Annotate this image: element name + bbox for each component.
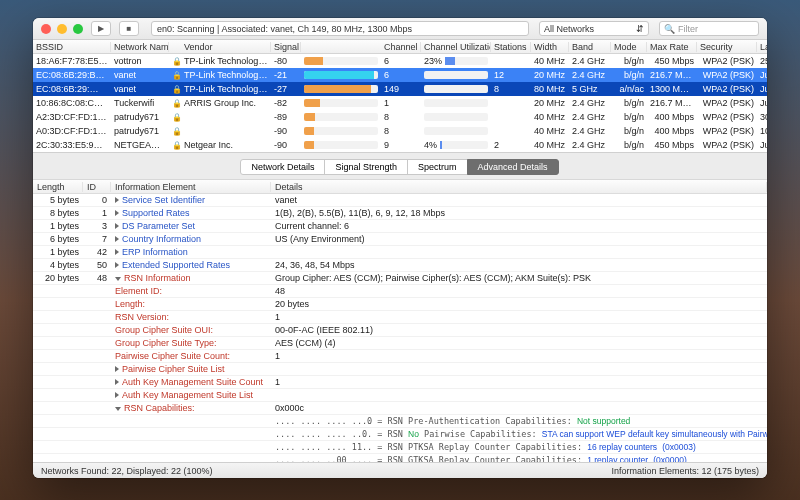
lock-icon: 🔒 bbox=[169, 99, 181, 108]
channel-util-bar: 4% bbox=[421, 140, 491, 150]
table-row[interactable]: EC:08:6B:29:B…vanet🔒TP-Link Technologies… bbox=[33, 68, 767, 82]
table-row[interactable]: A0:3D:CF:FD:1…patrudy671🔒-90840 MHz2.4 G… bbox=[33, 124, 767, 138]
status-right: Information Elements: 12 (175 bytes) bbox=[611, 466, 759, 476]
stop-button[interactable]: ■ bbox=[119, 21, 139, 36]
signal-bar bbox=[301, 141, 381, 149]
column-header[interactable]: Security bbox=[697, 42, 757, 52]
status-left: Networks Found: 22, Displayed: 22 (100%) bbox=[41, 466, 213, 476]
tab-advanced-details[interactable]: Advanced Details bbox=[467, 159, 559, 175]
ie-subrow[interactable]: Pairwise Cipher Suite List bbox=[33, 363, 767, 376]
detail-header: LengthIDInformation ElementDetails bbox=[33, 180, 767, 194]
detail-col: ID bbox=[83, 182, 111, 192]
capability-line: .... .... .... ...0 = RSN Pre-Authentica… bbox=[33, 415, 767, 428]
lock-icon: 🔒 bbox=[169, 113, 181, 122]
lock-icon: 🔒 bbox=[169, 71, 181, 80]
ie-subrow: Group Cipher Suite OUI:00-0F-AC (IEEE 80… bbox=[33, 324, 767, 337]
ie-subrow[interactable]: Auth Key Management Suite List bbox=[33, 389, 767, 402]
ie-subrow: Length:20 bytes bbox=[33, 298, 767, 311]
ie-row[interactable]: 8 bytes1Supported Rates1(B), 2(B), 5.5(B… bbox=[33, 207, 767, 220]
close-icon[interactable] bbox=[41, 24, 51, 34]
app-window: ▶ ■ en0: Scanning | Associated: vanet, C… bbox=[33, 18, 767, 478]
ie-row[interactable]: 1 bytes42ERP Information bbox=[33, 246, 767, 259]
channel-util-bar bbox=[421, 113, 491, 121]
table-row[interactable]: A2:3D:CF:FD:1…patrudy671🔒-89840 MHz2.4 G… bbox=[33, 110, 767, 124]
column-header[interactable]: Band bbox=[569, 42, 611, 52]
advanced-details-pane: LengthIDInformation ElementDetails 5 byt… bbox=[33, 179, 767, 462]
ie-row[interactable]: 4 bytes50Extended Supported Rates24, 36,… bbox=[33, 259, 767, 272]
channel-util-bar bbox=[421, 99, 491, 107]
column-header[interactable]: BSSID bbox=[33, 42, 111, 52]
column-header[interactable]: Max Rate bbox=[647, 42, 697, 52]
lock-icon: 🔒 bbox=[169, 141, 181, 150]
signal-bar bbox=[301, 99, 381, 107]
column-header[interactable]: Signal bbox=[271, 42, 301, 52]
ie-row[interactable]: 5 bytes0Service Set Identifiervanet bbox=[33, 194, 767, 207]
column-header[interactable]: Stations bbox=[491, 42, 531, 52]
ie-subrow: RSN Version:1 bbox=[33, 311, 767, 324]
detail-col: Length bbox=[33, 182, 83, 192]
status-bar: Networks Found: 22, Displayed: 22 (100%)… bbox=[33, 462, 767, 478]
table-row[interactable]: 18:A6:F7:78:E5:…vottron🔒TP-Link Technolo… bbox=[33, 54, 767, 68]
signal-bar bbox=[301, 127, 381, 135]
filter-label: All Networks bbox=[544, 24, 594, 34]
capability-line: .... .... .... ..0. = RSN No Pairwise Ca… bbox=[33, 428, 767, 441]
lock-icon: 🔒 bbox=[169, 57, 181, 66]
status-field: en0: Scanning | Associated: vanet, Ch 14… bbox=[151, 21, 529, 36]
table-row[interactable]: 2C:30:33:E5:9…NETGEAR12🔒Netgear Inc.-909… bbox=[33, 138, 767, 152]
lock-icon: 🔒 bbox=[169, 85, 181, 94]
ie-subrow: Group Cipher Suite Type:AES (CCM) (4) bbox=[33, 337, 767, 350]
table-header[interactable]: BSSIDNetwork NameVendorSignalChannelChan… bbox=[33, 40, 767, 54]
detail-col: Details bbox=[271, 182, 767, 192]
ie-subrow: Pairwise Cipher Suite Count:1 bbox=[33, 350, 767, 363]
signal-bar bbox=[301, 71, 381, 79]
signal-bar bbox=[301, 113, 381, 121]
table-row[interactable]: 10:86:8C:08:C…Tuckerwifi🔒ARRIS Group Inc… bbox=[33, 96, 767, 110]
table-row[interactable]: EC:08:6B:29:…vanet🔒TP-Link Technologies … bbox=[33, 82, 767, 96]
column-header[interactable]: Width bbox=[531, 42, 569, 52]
capability-line: .... .... .... 11.. = RSN PTKSA Replay C… bbox=[33, 441, 767, 454]
tab-network-details[interactable]: Network Details bbox=[240, 159, 325, 175]
search-placeholder: Filter bbox=[678, 24, 698, 34]
ie-list: 5 bytes0Service Set Identifiervanet8 byt… bbox=[33, 194, 767, 462]
ie-row[interactable]: 1 bytes3DS Parameter SetCurrent channel:… bbox=[33, 220, 767, 233]
titlebar: ▶ ■ en0: Scanning | Associated: vanet, C… bbox=[33, 18, 767, 40]
chevron-updown-icon: ⇵ bbox=[636, 24, 644, 34]
channel-util-bar bbox=[421, 71, 491, 79]
minimize-icon[interactable] bbox=[57, 24, 67, 34]
channel-util-bar: 23% bbox=[421, 56, 491, 66]
tab-signal-strength[interactable]: Signal Strength bbox=[324, 159, 408, 175]
channel-util-bar bbox=[421, 85, 491, 93]
search-icon: 🔍 bbox=[664, 24, 675, 34]
lock-icon: 🔒 bbox=[169, 127, 181, 136]
column-header[interactable]: Vendor bbox=[181, 42, 271, 52]
networks-table: BSSIDNetwork NameVendorSignalChannelChan… bbox=[33, 40, 767, 153]
signal-bar bbox=[301, 57, 381, 65]
column-header[interactable]: Channel bbox=[381, 42, 421, 52]
column-header[interactable]: Mode bbox=[611, 42, 647, 52]
table-body: 18:A6:F7:78:E5:…vottron🔒TP-Link Technolo… bbox=[33, 54, 767, 152]
signal-bar bbox=[301, 85, 381, 93]
column-header[interactable]: Network Name bbox=[111, 42, 169, 52]
detail-col: Information Element bbox=[111, 182, 271, 192]
column-header[interactable]: Last Seen bbox=[757, 42, 767, 52]
tab-spectrum[interactable]: Spectrum bbox=[407, 159, 468, 175]
search-input[interactable]: 🔍Filter bbox=[659, 21, 759, 36]
ie-subrow[interactable]: RSN Capabilities:0x000c bbox=[33, 402, 767, 415]
ie-subrow: Element ID:48 bbox=[33, 285, 767, 298]
capability-line: .... .... ..00 .... = RSN GTKSA Replay C… bbox=[33, 454, 767, 462]
channel-util-bar bbox=[421, 127, 491, 135]
play-button[interactable]: ▶ bbox=[91, 21, 111, 36]
ie-subrow[interactable]: Auth Key Management Suite Count1 bbox=[33, 376, 767, 389]
ie-row[interactable]: 6 bytes7Country InformationUS (Any Envir… bbox=[33, 233, 767, 246]
detail-tabs: Network DetailsSignal StrengthSpectrumAd… bbox=[33, 153, 767, 179]
network-filter-select[interactable]: All Networks⇵ bbox=[539, 21, 649, 36]
ie-row[interactable]: 20 bytes48RSN InformationGroup Cipher: A… bbox=[33, 272, 767, 285]
column-header[interactable]: Channel Utilization bbox=[421, 42, 491, 52]
zoom-icon[interactable] bbox=[73, 24, 83, 34]
